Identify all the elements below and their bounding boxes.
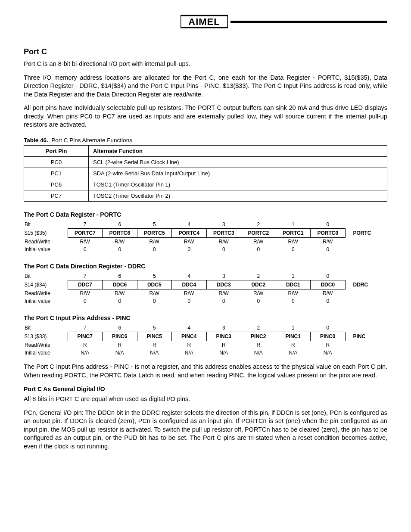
- reg-portc-table: Bit 76543210 $15 ($35) PORTC7PORTC6PORTC…: [24, 221, 387, 253]
- table-row: PC0SCL (2-wire Serial Bus Clock Line): [24, 156, 387, 168]
- reg-pinc-name: PINC: [345, 332, 387, 341]
- reg-portc-name: PORTC: [345, 228, 387, 237]
- subsection-title: Port C As General Digital I/O: [24, 386, 387, 392]
- row-label-bit: Bit: [24, 221, 68, 229]
- reg-ddrc-table: Bit 76543210 $14 ($34) DDC7DDC6DDC5DDC4D…: [24, 272, 387, 305]
- intro-p1: Port C is an 8-bit bi-directional I/O po…: [24, 60, 387, 68]
- table-row: PC6TOSC1 (Timer Oscillator Pin 1): [24, 179, 387, 190]
- table46-label: Table 46.: [24, 137, 48, 143]
- reg-pinc-title: The Port C Input Pins Address - PINC: [24, 314, 387, 321]
- section-title: Port C: [24, 47, 387, 56]
- intro-p3: All port pins have individually selectab…: [24, 104, 387, 129]
- post-p3: PCn, General I/O pin: The DDCn bit in th…: [24, 409, 387, 451]
- reg-ddrc-title: The Port C Data Direction Register - DDR…: [24, 263, 387, 270]
- table46: Port Pin Alternate Function PC0SCL (2-wi…: [24, 145, 387, 202]
- reg-pinc-table: Bit 76543210 $13 ($33) PINC7PINC6PINC5PI…: [24, 324, 387, 357]
- post-p2: All 8 bits in PORT C are equal when used…: [24, 395, 387, 404]
- svg-text:AIMEL: AIMEL: [188, 16, 220, 27]
- row-label-init: Initial value: [24, 246, 68, 253]
- table-row: PC7TOSC2 (Timer Oscillator Pin 2): [24, 190, 387, 201]
- reg-pinc-addr: $13 ($33): [24, 332, 68, 341]
- table46-header-pin: Port Pin: [24, 145, 89, 156]
- table46-caption-text: Port C Pins Alternate Functions: [51, 137, 132, 143]
- row-label-rw: Read/Write: [24, 237, 68, 246]
- reg-portc-addr: $15 ($35): [24, 228, 68, 237]
- table46-header-func: Alternate Function: [89, 145, 387, 156]
- table-row: PC1SDA (2-wire Serial Bus Data Input/Out…: [24, 168, 387, 179]
- post-p1: The Port C Input Pins address - PINC - i…: [24, 363, 387, 380]
- reg-ddrc-addr: $14 ($34): [24, 280, 68, 289]
- atmel-logo-icon: AIMEL: [181, 13, 228, 30]
- reg-ddrc-name: DDRC: [345, 280, 387, 289]
- header-logo-bar: AIMEL: [24, 13, 387, 30]
- table46-caption: Table 46. Port C Pins Alternate Function…: [24, 137, 387, 143]
- reg-portc-title: The Port C Data Register - PORTC: [24, 211, 387, 218]
- intro-p2: Three I/O memory address locations are a…: [24, 74, 387, 99]
